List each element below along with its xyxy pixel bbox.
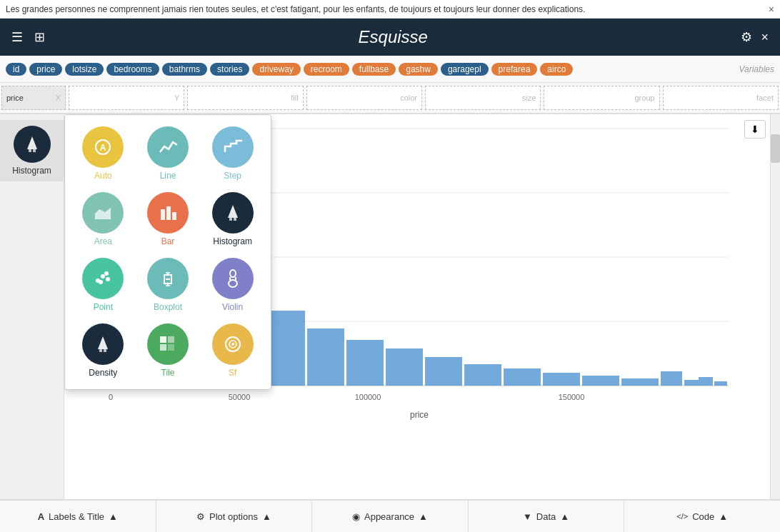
violin-icon [212, 258, 254, 299]
density-icon [82, 323, 124, 365]
var-tag-bedrooms[interactable]: bedrooms [106, 63, 159, 76]
var-tag-stories[interactable]: stories [210, 63, 249, 76]
drop-zone-group-label: group [635, 94, 655, 102]
popup-item-density[interactable]: Density [74, 321, 133, 381]
auto-label: Auto [94, 171, 112, 181]
tile-icon [147, 323, 189, 365]
boxplot-icon [147, 258, 189, 299]
chart-type-popup: A Auto Line Step [64, 114, 271, 390]
drop-zone-group[interactable]: group [544, 86, 659, 110]
var-tag-airco[interactable]: airco [540, 63, 573, 76]
density-label: Density [89, 368, 117, 378]
tab-code[interactable]: </> Code ▲ [624, 501, 780, 532]
labels-title-label: Labels & Title [49, 511, 104, 522]
svg-marker-0 [27, 136, 37, 149]
popup-grid: A Auto Line Step [74, 124, 262, 381]
var-tag-bathrms[interactable]: bathrms [162, 63, 207, 76]
var-tag-id[interactable]: id [6, 63, 26, 76]
var-tag-prefarea[interactable]: prefarea [491, 63, 538, 76]
step-icon [212, 126, 254, 168]
svg-text:0: 0 [109, 393, 113, 401]
popup-item-step[interactable]: Step [203, 124, 262, 184]
menu-icon[interactable]: ☰ [11, 29, 23, 45]
svg-rect-17 [386, 348, 423, 386]
bar-label: Bar [161, 236, 175, 246]
drop-zone-y[interactable]: Y [69, 86, 184, 110]
svg-rect-60 [104, 349, 106, 352]
popup-item-area[interactable]: Area [74, 189, 133, 249]
banner-close-button[interactable]: × [769, 4, 774, 15]
svg-point-46 [99, 280, 103, 284]
drop-zones-row: price X Y fill color size group facet [0, 83, 780, 114]
header: ☰ ⊞ Esquisse ⚙ × [0, 19, 780, 56]
histogram-popup-label: Histogram [213, 236, 252, 246]
popup-item-histogram[interactable]: Histogram [203, 189, 262, 249]
drop-zone-x[interactable]: price X [1, 86, 66, 110]
settings-icon[interactable]: ⚙ [741, 29, 752, 45]
var-tag-driveway[interactable]: driveway [252, 63, 300, 76]
tab-appearance[interactable]: ◉ Appearance ▲ [312, 501, 469, 532]
svg-rect-25 [684, 380, 699, 386]
step-label: Step [224, 171, 241, 181]
svg-rect-14 [268, 311, 305, 386]
svg-rect-21 [543, 373, 580, 386]
svg-rect-37 [161, 209, 165, 220]
var-tag-fullbase[interactable]: fullbase [352, 63, 396, 76]
svg-marker-36 [95, 208, 111, 219]
sf-icon [212, 323, 254, 365]
data-icon: ▼ [523, 511, 532, 522]
popup-item-auto[interactable]: A Auto [74, 124, 133, 184]
grid-icon[interactable]: ⊞ [34, 29, 45, 45]
variables-label: Variables [739, 64, 774, 74]
svg-rect-2 [33, 149, 36, 152]
svg-rect-16 [346, 340, 384, 386]
svg-rect-20 [504, 368, 541, 386]
svg-point-67 [231, 343, 234, 346]
popup-item-bar[interactable]: Bar [139, 189, 198, 249]
appearance-label: Appearance [364, 511, 414, 522]
labels-arrow: ▲ [109, 511, 118, 522]
var-tag-price[interactable]: price [29, 63, 62, 76]
svg-text:50000: 50000 [229, 393, 251, 401]
tab-data[interactable]: ▼ Data ▲ [469, 501, 625, 532]
area-icon [82, 192, 124, 234]
drop-zone-fill[interactable]: fill [187, 86, 303, 110]
popup-item-point[interactable]: Point [74, 255, 133, 315]
popup-item-line[interactable]: Line [139, 124, 198, 184]
drop-zone-y-label: Y [174, 94, 179, 102]
var-tag-gashw[interactable]: gashw [399, 63, 438, 76]
sf-label: Sf [229, 368, 236, 378]
popup-item-boxplot[interactable]: Boxplot [139, 255, 198, 315]
tab-labels-title[interactable]: A Labels & Title ▲ [0, 501, 156, 532]
scrollbar-thumb[interactable] [771, 134, 780, 163]
drop-zone-size[interactable]: size [425, 86, 541, 110]
point-icon [82, 258, 124, 299]
drop-zone-facet[interactable]: facet [663, 86, 779, 110]
drop-zone-size-label: size [522, 94, 536, 102]
vertical-scrollbar[interactable] [770, 114, 780, 499]
boxplot-label: Boxplot [154, 302, 182, 312]
drop-zone-color[interactable]: color [306, 86, 422, 110]
drop-zone-color-label: color [400, 94, 417, 102]
svg-point-45 [106, 277, 110, 281]
svg-rect-27 [714, 381, 727, 386]
svg-rect-26 [699, 377, 713, 386]
line-label: Line [160, 171, 176, 181]
sidebar-item-histogram[interactable]: Histogram [0, 120, 64, 181]
variables-row: id price lotsize bedrooms bathrms storie… [0, 56, 780, 83]
popup-item-sf[interactable]: Sf [203, 321, 262, 381]
popup-item-violin[interactable]: Violin [203, 255, 262, 315]
tile-label: Tile [161, 368, 175, 378]
bar-icon [147, 192, 189, 234]
var-tag-lotsize[interactable]: lotsize [65, 63, 104, 76]
var-tag-recroom[interactable]: recroom [304, 63, 349, 76]
drop-zone-x-label: X [56, 94, 61, 102]
data-arrow: ▲ [560, 511, 569, 522]
tab-plot-options[interactable]: ⚙ Plot options ▲ [156, 501, 313, 532]
histogram-icon [14, 126, 51, 163]
download-button[interactable]: ⬇ [744, 120, 766, 139]
popup-item-tile[interactable]: Tile [139, 321, 198, 381]
var-tag-garagepl[interactable]: garagepl [441, 63, 489, 76]
svg-rect-19 [464, 364, 501, 386]
close-icon[interactable]: × [761, 30, 769, 45]
